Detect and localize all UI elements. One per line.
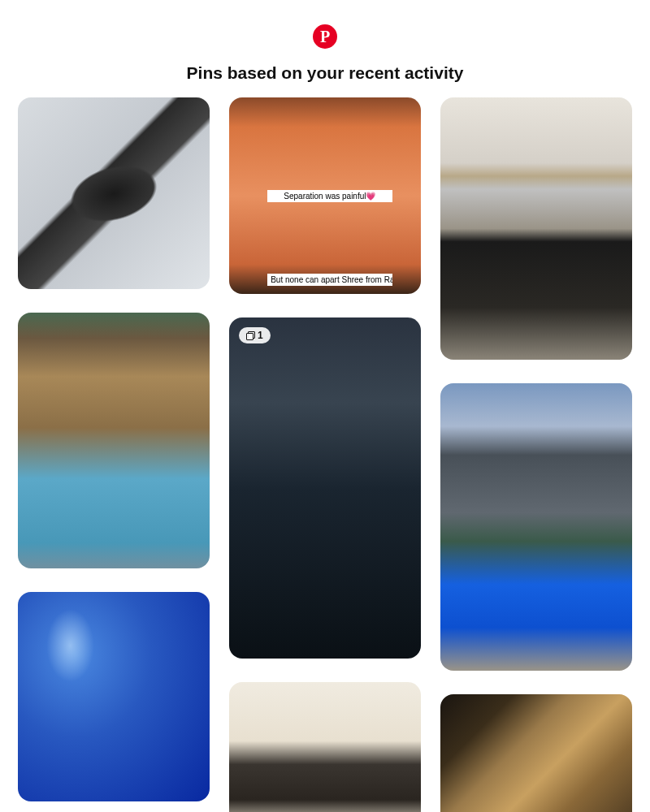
pin-item[interactable]: 1 <box>229 317 421 659</box>
grid-column-2: Separation was painful💗 But none can apa… <box>229 97 421 812</box>
page-title: Pins based on your recent activity <box>187 63 464 83</box>
pin-caption-bottom: But none can apart Shree from Ram❤️ <box>267 274 392 286</box>
collection-count: 1 <box>258 330 263 341</box>
pin-item[interactable] <box>18 97 210 289</box>
pin-item[interactable] <box>440 97 632 360</box>
pin-caption-top: Separation was painful💗 <box>267 190 392 202</box>
collection-badge: 1 <box>239 327 271 343</box>
pin-item[interactable] <box>440 383 632 671</box>
pin-item[interactable] <box>440 694 632 812</box>
pin-item[interactable] <box>18 313 210 568</box>
collection-icon <box>246 331 254 339</box>
logo-letter: P <box>320 28 330 46</box>
grid-column-3 <box>440 97 632 812</box>
pin-item[interactable] <box>229 682 421 812</box>
pinterest-logo[interactable]: P <box>313 24 337 49</box>
pin-item[interactable] <box>18 592 210 801</box>
pin-item[interactable]: Separation was painful💗 But none can apa… <box>229 97 421 294</box>
pin-grid: Separation was painful💗 But none can apa… <box>0 97 650 812</box>
grid-column-1 <box>18 97 210 812</box>
page-header: P Pins based on your recent activity <box>0 0 650 97</box>
